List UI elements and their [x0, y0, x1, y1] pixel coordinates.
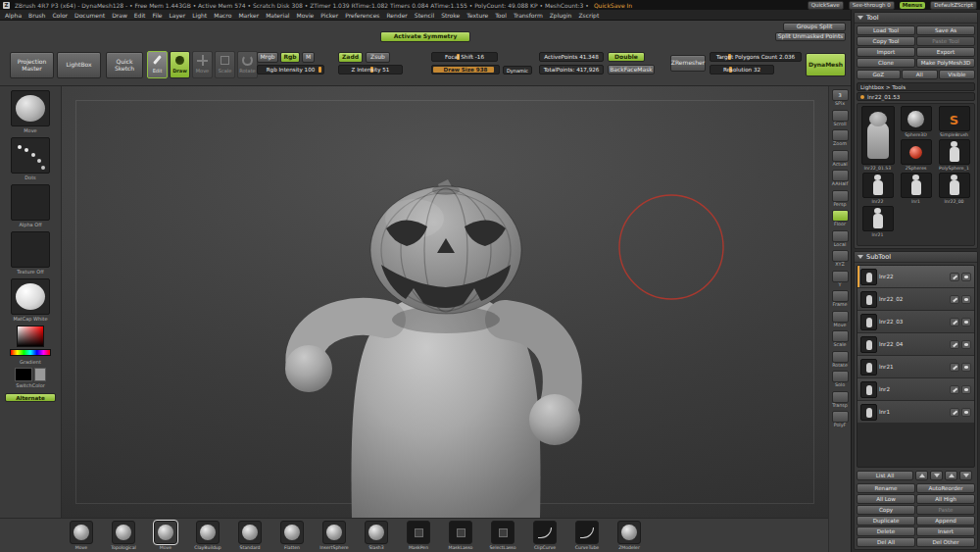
brush-tray-item[interactable]: ZModeler [612, 521, 646, 550]
menu-item[interactable]: Transform [514, 12, 543, 19]
tool-button[interactable]: GoZ [857, 70, 901, 79]
current-tool-bar[interactable]: lnr22_01.53 [857, 92, 975, 101]
quicksave-button[interactable]: QuickSave [808, 1, 844, 10]
brush-tray-item[interactable]: SelectLasso [486, 521, 519, 550]
shelf-item[interactable]: AAHalf [829, 170, 851, 187]
subtool-action-button[interactable]: Insert [916, 527, 975, 536]
brush-tray-item[interactable]: Move [149, 521, 182, 550]
edit-pen-icon[interactable] [950, 385, 959, 394]
zsub-button[interactable]: Zsub [366, 52, 390, 63]
see-through-slider[interactable]: See-through 0 [849, 1, 895, 10]
z-intensity-slider[interactable]: Z Intensity 51 [338, 65, 403, 75]
menu-item[interactable]: Movie [297, 12, 315, 19]
tool-thumbnail[interactable]: lnr22 [859, 173, 896, 204]
brush-tray-item[interactable]: CurveTube [570, 521, 604, 550]
subtool-action-button[interactable]: Delete [857, 527, 915, 536]
subtool-action-button[interactable]: Paste [916, 505, 975, 515]
tool-button[interactable]: Make PolyMesh3D [916, 58, 975, 68]
focal-shift-slider[interactable]: Focal Shift -16 [431, 52, 498, 62]
tool-thumbnail[interactable]: PolySphere_1 [936, 139, 972, 171]
tool-thumbnail[interactable]: S SimpleBrush [936, 106, 972, 137]
mode-button[interactable]: Scale [215, 51, 235, 78]
sculpt-canvas[interactable] [62, 86, 828, 518]
split-unmasked-points-button[interactable]: Split Unmasked Points [775, 32, 846, 41]
brush-tray-item[interactable]: ClipCurve [528, 521, 562, 550]
menu-item[interactable]: Tool [495, 12, 507, 19]
saturation-value-square[interactable] [17, 326, 44, 347]
tool-button[interactable]: Save As [916, 25, 975, 35]
shelf-item[interactable]: Solo [829, 371, 851, 388]
visibility-eye-icon[interactable] [961, 295, 971, 304]
menu-item[interactable]: Macro [214, 12, 231, 19]
shelf-item[interactable]: Persp [829, 190, 851, 208]
tool-thumbnail[interactable]: lnr1 [898, 173, 934, 204]
shelf-item[interactable]: Local [829, 230, 851, 248]
tool-button[interactable]: Paste Tool [916, 36, 975, 46]
backface-mask-button[interactable]: BackFaceMask [608, 65, 655, 75]
brush-tray-item[interactable]: InsertSphere [318, 521, 351, 550]
menu-item[interactable]: Edit [134, 12, 146, 19]
projection-master-button[interactable]: Projection Master [10, 52, 54, 78]
menu-item[interactable]: Light [192, 12, 207, 19]
activate-symmetry-button[interactable]: Activate Symmetry [380, 31, 470, 42]
current-alpha-thumbnail[interactable]: Alpha Off [11, 184, 50, 229]
subtool-row[interactable]: lnr2 [858, 378, 974, 401]
mode-button[interactable]: Move [192, 51, 213, 78]
visibility-eye-icon[interactable] [961, 318, 971, 326]
resolution-slider[interactable]: Resolution 32 [710, 65, 774, 75]
color-picker[interactable] [10, 326, 51, 356]
select-up-button[interactable] [945, 471, 957, 480]
draw-size-slider[interactable]: Draw Size 938 [431, 65, 500, 75]
target-polygons-slider[interactable]: Target Polygons Count 2.036 [710, 52, 802, 62]
subtool-action-button[interactable]: Copy [857, 505, 915, 515]
edit-pen-icon[interactable] [950, 273, 959, 281]
m-button[interactable]: M [302, 52, 315, 63]
current-stroke-thumbnail[interactable]: Dots [11, 137, 50, 182]
shelf-item[interactable]: Actual [829, 150, 851, 168]
subtool-row[interactable]: lnr22_04 [858, 333, 974, 356]
edit-pen-icon[interactable] [950, 318, 959, 326]
tool-button[interactable]: Copy Tool [857, 36, 915, 46]
subtool-action-button[interactable]: Duplicate [857, 516, 915, 526]
subtool-action-button[interactable]: All Low [857, 494, 915, 504]
edit-pen-icon[interactable] [950, 295, 959, 304]
shelf-item[interactable]: 3 SPix [829, 89, 851, 107]
current-brush-thumbnail[interactable]: Move [11, 90, 50, 135]
lightbox-button[interactable]: LightBox [57, 52, 101, 78]
mrgb-button[interactable]: Mrgb [257, 52, 278, 63]
tool-button[interactable]: Visible [939, 70, 975, 79]
subtool-row[interactable]: lnr1 [858, 401, 974, 424]
brush-tray-item[interactable]: Standard [233, 521, 267, 550]
tool-button[interactable]: Clone [857, 58, 915, 68]
subtool-action-button[interactable]: Rename [857, 483, 915, 493]
tool-panel-header[interactable]: Tool [855, 13, 977, 24]
tool-thumbnail[interactable]: lnr21 [859, 206, 896, 237]
shelf-item[interactable]: Scale [829, 330, 851, 348]
brush-tray-item[interactable]: Topological [107, 521, 140, 550]
secondary-color-swatch[interactable] [34, 368, 46, 381]
brush-tray-item[interactable]: MaskLasso [444, 521, 477, 550]
dynamesh-button[interactable]: DynaMesh [806, 53, 846, 76]
menu-item[interactable]: Stroke [441, 12, 460, 19]
shelf-item[interactable]: Y [829, 271, 851, 288]
subtool-panel-header[interactable]: SubTool [855, 252, 977, 263]
main-color-swatch[interactable] [15, 368, 32, 381]
lightbox-path-bar[interactable]: Lightbox > Tools [857, 82, 975, 91]
rgb-button[interactable]: Rgb [280, 52, 300, 63]
default-zscript-button[interactable]: DefaultZScript [930, 1, 977, 10]
shelf-item[interactable]: Floor [829, 210, 851, 227]
brush-tray-item[interactable]: MaskPen [402, 521, 435, 550]
menu-item[interactable]: Alpha [5, 12, 22, 19]
quick-sketch-button[interactable]: Quick Sketch [106, 52, 143, 78]
tool-button[interactable]: Export [916, 47, 975, 57]
current-texture-thumbnail[interactable]: Texture Off [11, 231, 50, 276]
tool-button[interactable]: All [902, 70, 938, 79]
tool-thumbnail[interactable]: lnr22_01.53 [859, 106, 896, 171]
menu-item[interactable]: Brush [28, 12, 45, 19]
tool-thumbnail[interactable]: Sphere3D [898, 106, 934, 137]
shelf-item[interactable]: XYZ [829, 250, 851, 268]
menu-item[interactable]: Marker [238, 12, 259, 19]
menu-item[interactable]: Picker [320, 12, 338, 19]
dynamic-toggle[interactable]: Dynamic [503, 66, 532, 75]
menu-item[interactable]: File [152, 12, 162, 19]
